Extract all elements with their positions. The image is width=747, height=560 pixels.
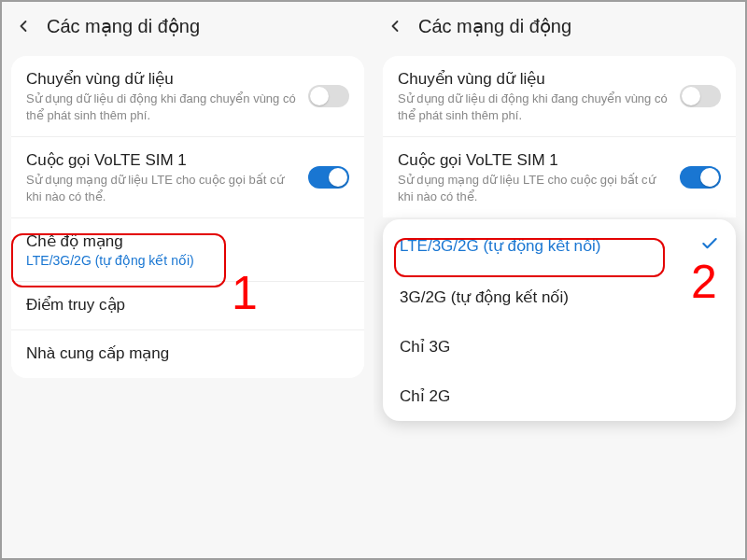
volte-sub: Sử dụng mạng dữ liệu LTE cho cuộc gọi bấ… xyxy=(26,172,299,204)
provider-title: Nhà cung cấp mạng xyxy=(26,343,349,363)
page-title: Các mạng di động xyxy=(418,15,571,37)
step-number-1: 1 xyxy=(232,266,258,320)
back-icon[interactable] xyxy=(385,16,405,36)
network-mode-title: Chế độ mạng xyxy=(26,231,349,251)
volte-title: Cuộc gọi VoLTE SIM 1 xyxy=(26,150,299,170)
volte-toggle[interactable] xyxy=(308,166,349,189)
row-network-mode[interactable]: Chế độ mạng LTE/3G/2G (tự động kết nối) xyxy=(11,218,364,282)
roaming-toggle[interactable] xyxy=(308,85,349,107)
dropdown-option-label: LTE/3G/2G (tự động kết nối) xyxy=(400,236,600,256)
dropdown-option-label: Chỉ 2G xyxy=(400,386,450,406)
dropdown-option-3g2g[interactable]: 3G/2G (tự động kết nối) xyxy=(383,273,736,322)
row-roaming[interactable]: Chuyển vùng dữ liệu Sử dụng dữ liệu di đ… xyxy=(383,56,736,137)
row-roaming[interactable]: Chuyển vùng dữ liệu Sử dụng dữ liệu di đ… xyxy=(11,56,364,137)
volte-sub: Sử dụng mạng dữ liệu LTE cho cuộc gọi bấ… xyxy=(398,172,670,204)
row-provider[interactable]: Nhà cung cấp mạng xyxy=(11,330,364,378)
network-mode-value: LTE/3G/2G (tự động kết nối) xyxy=(26,253,349,268)
dropdown-option-lte[interactable]: LTE/3G/2G (tự động kết nối) xyxy=(383,219,736,273)
row-volte[interactable]: Cuộc gọi VoLTE SIM 1 Sử dụng mạng dữ liệ… xyxy=(11,137,364,218)
page-title: Các mạng di động xyxy=(47,15,200,37)
settings-card-top: Chuyển vùng dữ liệu Sử dụng dữ liệu di đ… xyxy=(383,56,736,217)
network-mode-dropdown: LTE/3G/2G (tự động kết nối) 3G/2G (tự độ… xyxy=(383,219,736,421)
dropdown-option-label: 3G/2G (tự động kết nối) xyxy=(400,287,569,307)
panel-step-1: Các mạng di động Chuyển vùng dữ liệu Sử … xyxy=(2,2,374,558)
row-apn[interactable]: Điểm truy cập xyxy=(11,282,364,330)
roaming-toggle[interactable] xyxy=(680,85,721,107)
panel-step-2: Các mạng di động Chuyển vùng dữ liệu Sử … xyxy=(374,2,745,558)
roaming-sub: Sử dụng dữ liệu di động khi đang chuyển … xyxy=(398,91,670,123)
header: Các mạng di động xyxy=(374,2,745,50)
apn-title: Điểm truy cập xyxy=(26,295,349,315)
back-icon[interactable] xyxy=(13,16,34,36)
roaming-title: Chuyển vùng dữ liệu xyxy=(26,69,299,89)
dropdown-option-2g[interactable]: Chỉ 2G xyxy=(383,371,736,421)
roaming-title: Chuyển vùng dữ liệu xyxy=(398,69,670,89)
volte-title: Cuộc gọi VoLTE SIM 1 xyxy=(398,150,670,170)
dropdown-option-3g[interactable]: Chỉ 3G xyxy=(383,322,736,371)
roaming-sub: Sử dụng dữ liệu di động khi đang chuyển … xyxy=(26,91,299,123)
dropdown-option-label: Chỉ 3G xyxy=(400,337,450,357)
volte-toggle[interactable] xyxy=(680,166,721,189)
header: Các mạng di động xyxy=(2,2,374,50)
settings-card: Chuyển vùng dữ liệu Sử dụng dữ liệu di đ… xyxy=(11,56,364,378)
step-number-2: 2 xyxy=(691,255,717,309)
row-volte[interactable]: Cuộc gọi VoLTE SIM 1 Sử dụng mạng dữ liệ… xyxy=(383,137,736,217)
